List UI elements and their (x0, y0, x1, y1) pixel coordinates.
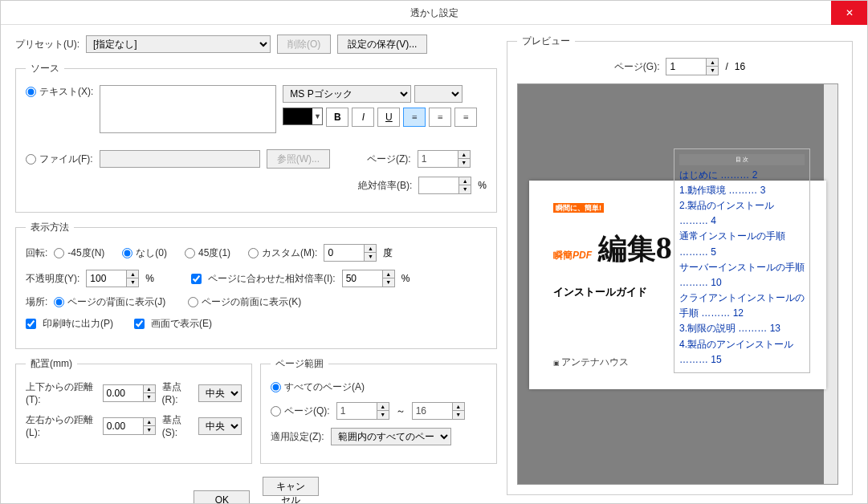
source-group: ソース テキスト(X): MS Pゴシック ▼ B I U (15, 62, 497, 213)
titlebar: 透かし設定 ✕ (1, 1, 867, 25)
relative-scale-spinner[interactable]: ▲▼ (342, 270, 395, 287)
page-range-group: ページ範囲 すべてのページ(A) ページ(Q): ▲▼ ～ ▲▼ (260, 357, 497, 464)
italic-button[interactable]: I (352, 108, 374, 127)
preview-document-page: 瞬間に、簡単! 瞬簡PDF 編集8 インストールガイド 目 次 はじめに ………… (529, 181, 826, 389)
preview-page-spinner[interactable]: ▲▼ (666, 58, 719, 75)
align-center-button[interactable]: ≡ (429, 108, 451, 127)
source-page-label: ページ(Z): (367, 152, 411, 166)
source-page-spinner[interactable]: ▲▼ (418, 150, 471, 168)
opacity-label: 不透明度(Y): (26, 272, 79, 286)
preview-group: プレビュー ページ(G): ▲▼ / 16 瞬間に、簡単! 瞬簡PDF 編集8 … (507, 35, 853, 495)
rotation-input[interactable] (324, 244, 364, 262)
dialog-title: 透かし設定 (1, 1, 867, 25)
screen-checkbox[interactable] (134, 319, 145, 329)
print-checkbox[interactable] (26, 319, 36, 329)
top-distance-spinner[interactable]: ▲▼ (103, 384, 156, 402)
delete-button: 削除(O) (277, 35, 331, 54)
underline-button[interactable]: U (377, 108, 400, 127)
relative-scale-input[interactable] (342, 270, 382, 287)
rotation-spinner[interactable]: ▲▼ (324, 244, 377, 262)
range-from-spinner[interactable]: ▲▼ (336, 402, 389, 420)
opacity-unit: % (145, 273, 154, 284)
range-pages-radio[interactable] (271, 406, 281, 417)
loc-behind-radio[interactable] (54, 297, 64, 307)
align-right-button[interactable]: ≡ (454, 108, 477, 127)
position-group: 配置(mm) 上下からの距離(T): ▲▼ 基点(R): 中央 左右からの距離(… (15, 357, 252, 464)
up-icon: ▲ (458, 151, 470, 159)
relative-scale-checkbox[interactable] (191, 274, 202, 284)
preview-legend: プレビュー (517, 35, 575, 48)
font-size-select[interactable] (414, 85, 463, 103)
close-button[interactable]: ✕ (831, 1, 867, 25)
range-from-input (336, 402, 377, 420)
rot-custom-radio[interactable] (248, 248, 259, 258)
source-legend: ソース (26, 62, 64, 75)
abs-scale-spinner[interactable]: ▲▼ (418, 177, 471, 194)
position-legend: 配置(mm) (26, 357, 77, 371)
source-text-label: テキスト(X): (39, 85, 93, 99)
location-label: 場所: (26, 295, 47, 309)
preset-select[interactable]: [指定なし] (86, 35, 271, 53)
bold-button[interactable]: B (326, 108, 348, 127)
rot-n45-radio[interactable] (54, 248, 64, 258)
range-to-spinner[interactable]: ▲▼ (412, 402, 465, 420)
browse-button: 参照(W)... (267, 149, 330, 169)
source-page-input (418, 150, 458, 168)
source-file-label: ファイル(F): (39, 152, 93, 166)
top-distance-input[interactable] (103, 384, 143, 402)
loc-front-radio[interactable] (188, 297, 198, 307)
rot-none-radio[interactable] (122, 248, 132, 258)
rot-p45-radio[interactable] (185, 248, 195, 258)
apply-select[interactable]: 範囲内のすべてのページ (331, 428, 451, 445)
abs-scale-label: 絶対倍率(B): (358, 179, 412, 193)
left-distance-input[interactable] (103, 417, 143, 435)
abs-scale-input (418, 177, 458, 194)
color-swatch[interactable]: ▼ (283, 108, 323, 125)
doc-toc: 目 次 はじめに ……… 2 1.動作環境 ……… 3 2.製品のインストール … (674, 148, 810, 373)
origin-r-select[interactable]: 中央 (198, 384, 242, 402)
origin-s-select[interactable]: 中央 (198, 417, 242, 435)
preview-page-input[interactable] (666, 58, 706, 75)
ok-button[interactable]: OK (194, 490, 250, 504)
preview-area: 瞬間に、簡単! 瞬簡PDF 編集8 インストールガイド 目 次 はじめに ………… (517, 83, 838, 485)
range-all-radio[interactable] (271, 382, 281, 392)
abs-scale-unit: % (478, 180, 487, 191)
range-to-input (412, 402, 452, 420)
save-settings-button[interactable]: 設定の保存(V)... (337, 35, 427, 54)
cancel-button[interactable]: キャンセル (263, 477, 319, 496)
relative-scale-unit: % (401, 273, 410, 284)
rotation-label: 回転: (26, 246, 47, 260)
font-select[interactable]: MS Pゴシック (283, 85, 411, 103)
page-range-legend: ページ範囲 (271, 357, 328, 371)
close-icon: ✕ (846, 7, 854, 18)
display-legend: 表示方法 (26, 221, 74, 234)
down-icon: ▼ (458, 159, 470, 167)
relative-scale-label: ページに合わせた相対倍率(I): (208, 272, 336, 286)
align-left-button[interactable]: ≡ (403, 108, 426, 127)
doc-brand: ▣ アンテナハウス (553, 356, 629, 369)
watermark-text-input[interactable] (100, 85, 276, 133)
opacity-spinner[interactable]: ▲▼ (86, 270, 139, 287)
left-distance-spinner[interactable]: ▲▼ (103, 417, 156, 435)
source-file-radio[interactable] (26, 154, 36, 165)
display-group: 表示方法 回転: -45度(N) なし(0) 45度(1) カスタム(M): ▲… (15, 221, 497, 349)
source-text-radio[interactable] (26, 87, 36, 97)
preset-label: プリセット(U): (15, 38, 79, 51)
file-path-input (100, 150, 260, 168)
opacity-input[interactable] (86, 270, 126, 287)
rotation-unit: 度 (383, 246, 393, 260)
